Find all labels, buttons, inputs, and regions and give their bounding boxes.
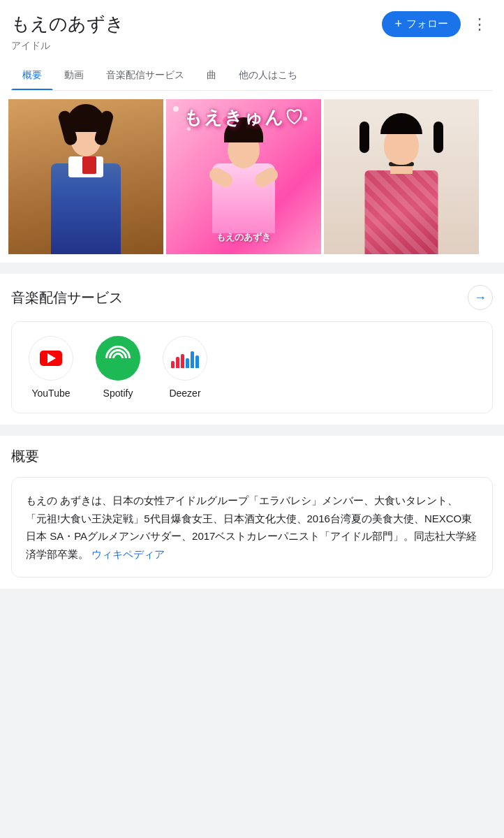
more-options-button[interactable]: ⋮	[466, 13, 493, 36]
dbar-1	[171, 361, 175, 368]
youtube-icon	[29, 336, 73, 381]
header-top: もえのあずき フォロー ⋮	[11, 11, 493, 37]
overview-card: もえの あずきは、日本の女性アイドルグループ「エラバレシ」メンバー、大食いタレン…	[11, 477, 493, 578]
gallery-item-1[interactable]	[8, 99, 163, 254]
service-item-youtube[interactable]: YouTube	[29, 336, 73, 399]
overview-text: もえの あずきは、日本の女性アイドルグループ「エラバレシ」メンバー、大食いタレン…	[26, 492, 478, 563]
spotify-icon	[96, 336, 140, 381]
dbar-6	[195, 355, 199, 368]
overview-title: 概要	[11, 447, 493, 466]
music-services-title: 音楽配信サービス	[11, 288, 123, 307]
youtube-triangle-icon	[47, 353, 56, 363]
tab-others[interactable]: 他の人はこち	[228, 61, 309, 90]
deezer-icon	[163, 336, 207, 381]
deezer-label: Deezer	[169, 388, 200, 399]
service-item-spotify[interactable]: Spotify	[96, 336, 140, 399]
wikipedia-link[interactable]: ウィキペディア	[91, 548, 165, 560]
section-divider-2	[0, 430, 504, 436]
music-services-section: 音楽配信サービス → YouTube Spotify	[0, 274, 504, 425]
image-gallery: もえきゅん♡ もえのあずき	[0, 91, 504, 263]
tab-video[interactable]: 動画	[53, 61, 95, 90]
page-subtitle: アイドル	[11, 40, 493, 52]
spotify-label: Spotify	[103, 388, 133, 399]
overview-section: 概要 もえの あずきは、日本の女性アイドルグループ「エラバレシ」メンバー、大食い…	[0, 436, 504, 589]
dbar-4	[186, 358, 189, 368]
follow-button[interactable]: フォロー	[382, 11, 461, 37]
tab-songs[interactable]: 曲	[195, 61, 228, 90]
youtube-label: YouTube	[31, 388, 70, 399]
dbar-2	[176, 357, 179, 368]
services-card: YouTube Spotify	[11, 321, 493, 413]
spotify-inner-icon	[105, 346, 131, 371]
header-actions: フォロー ⋮	[382, 11, 493, 37]
gallery-item-2[interactable]: もえきゅん♡ もえのあずき	[166, 99, 321, 254]
tab-bar: 概要 動画 音楽配信サービス 曲 他の人はこち	[11, 61, 493, 91]
music-services-arrow-button[interactable]: →	[468, 285, 493, 310]
tab-overview[interactable]: 概要	[11, 61, 53, 90]
section-divider-1	[0, 268, 504, 274]
header: もえのあずき フォロー ⋮ アイドル 概要 動画 音楽配信サービス 曲 他の人は…	[0, 0, 504, 91]
section-header-music: 音楽配信サービス →	[11, 285, 493, 310]
dbar-3	[181, 354, 184, 368]
page-title: もえのあずき	[11, 12, 124, 36]
service-item-deezer[interactable]: Deezer	[163, 336, 207, 399]
gallery-item-3[interactable]	[324, 99, 479, 254]
dbar-5	[191, 351, 194, 368]
youtube-play-icon	[40, 351, 62, 366]
tab-music-services[interactable]: 音楽配信サービス	[95, 61, 195, 90]
deezer-bars-icon	[171, 348, 199, 368]
